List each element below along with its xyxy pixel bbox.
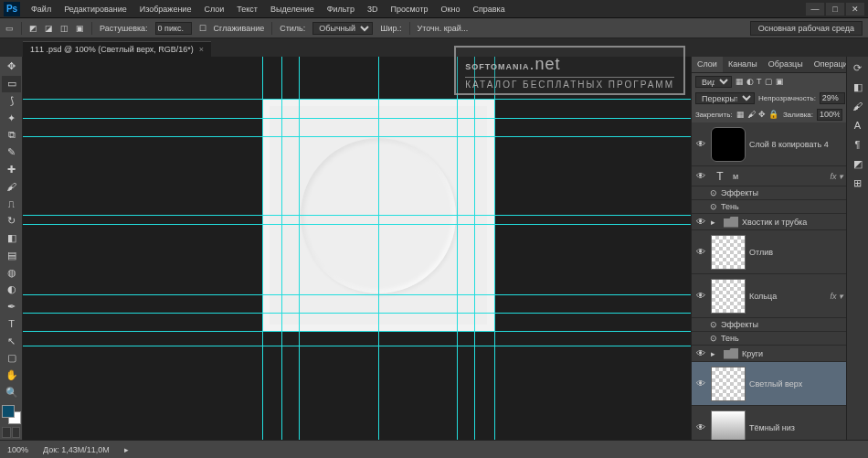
layer-name[interactable]: Эффекты [721, 188, 843, 197]
fill-input[interactable] [817, 109, 842, 121]
styles-panel-icon[interactable]: ◩ [849, 154, 866, 173]
layer-name[interactable]: Отлив [749, 248, 843, 257]
gradient-tool[interactable]: ▤ [2, 247, 21, 263]
close-button[interactable]: ✕ [846, 3, 864, 16]
filter-type-icon[interactable]: T [757, 77, 762, 86]
status-arrow-icon[interactable]: ▸ [124, 445, 129, 454]
brush-panel-icon[interactable]: 🖌 [849, 97, 866, 115]
layer-item[interactable]: ⊙Эффекты [692, 186, 846, 200]
layer-item[interactable]: 👁Светлый верх [692, 362, 846, 406]
guide-vertical[interactable] [262, 57, 263, 440]
layer-name[interactable]: Тёмный низ [749, 423, 843, 432]
layer-item[interactable]: 👁Тёмный низ [692, 406, 846, 440]
tab-close-icon[interactable]: × [199, 45, 204, 54]
hand-tool[interactable]: ✋ [2, 367, 21, 384]
heal-tool[interactable]: ✚ [2, 162, 21, 178]
zoom-level[interactable]: 100% [7, 445, 28, 454]
guide-horizontal[interactable] [23, 136, 691, 137]
maximize-button[interactable]: □ [826, 3, 844, 16]
guide-vertical[interactable] [457, 57, 458, 440]
guide-vertical[interactable] [378, 57, 379, 440]
visibility-toggle-icon[interactable]: 👁 [694, 422, 707, 432]
eyedropper-tool[interactable]: ✎ [2, 144, 21, 161]
layer-name[interactable]: Круги [742, 349, 843, 358]
filter-smart-icon[interactable]: ▣ [776, 77, 784, 86]
wand-tool[interactable]: ✦ [2, 110, 21, 126]
layer-item[interactable]: ⊙Тень [692, 200, 846, 214]
stamp-tool[interactable]: ⎍ [2, 196, 21, 212]
menu-help[interactable]: Справка [467, 3, 510, 16]
guide-horizontal[interactable] [23, 294, 691, 295]
menu-filter[interactable]: Фильтр [322, 3, 360, 16]
expand-arrow-icon[interactable]: ▸ [711, 218, 720, 227]
tab-channels[interactable]: Каналы [723, 57, 763, 72]
fg-color-swatch[interactable] [2, 405, 15, 418]
marquee-tool-icon[interactable]: ▭ [5, 24, 14, 33]
layer-item[interactable]: 👁▸Хвостик и трубка [692, 214, 846, 230]
menu-text[interactable]: Текст [231, 3, 263, 16]
doc-size[interactable]: Док: 1,43M/11,0M [43, 445, 110, 454]
nav-panel-icon[interactable]: ⊞ [849, 174, 866, 192]
guide-horizontal[interactable] [23, 331, 691, 332]
guide-horizontal[interactable] [23, 346, 691, 346]
layer-name[interactable]: Кольца [749, 292, 826, 301]
menu-window[interactable]: Окно [436, 3, 466, 16]
fx-badge[interactable]: fx ▾ [830, 292, 843, 301]
layer-thumbnail[interactable] [711, 279, 746, 314]
selection-add-icon[interactable]: ◪ [45, 24, 53, 33]
visibility-toggle-icon[interactable]: 👁 [694, 247, 707, 257]
filter-pixel-icon[interactable]: ▦ [736, 77, 744, 86]
visibility-toggle-icon[interactable]: 👁 [694, 348, 707, 358]
visibility-toggle-icon[interactable]: 👁 [694, 291, 707, 301]
selection-sub-icon[interactable]: ◫ [60, 24, 69, 33]
feather-input[interactable] [155, 22, 192, 35]
path-tool[interactable]: ↖ [2, 333, 21, 349]
lasso-tool[interactable]: ⟆ [2, 93, 21, 110]
menu-3d[interactable]: 3D [362, 3, 384, 16]
opacity-input[interactable] [820, 92, 845, 104]
layer-thumbnail[interactable] [711, 127, 746, 162]
layer-name[interactable]: м [733, 172, 826, 181]
filter-shape-icon[interactable]: ▢ [765, 77, 773, 86]
layer-item[interactable]: ⊙Тень [692, 332, 846, 346]
layer-item[interactable]: 👁Отлив [692, 230, 846, 274]
layer-name[interactable]: Хвостик и трубка [742, 218, 843, 227]
layer-item[interactable]: 👁Кольцаfx ▾ [692, 274, 846, 318]
zoom-tool[interactable]: 🔍 [2, 385, 21, 401]
document-tab[interactable]: 111 .psd @ 100% (Светлый верх, RGB/16*) … [23, 41, 211, 57]
refine-edge-button[interactable]: Уточн. край... [418, 24, 469, 33]
layer-name[interactable]: Тень [721, 202, 843, 211]
brush-tool[interactable]: 🖌 [2, 178, 21, 195]
layer-thumbnail[interactable] [711, 410, 746, 441]
move-tool[interactable]: ✥ [2, 59, 21, 75]
guide-horizontal[interactable] [23, 224, 691, 225]
lock-pixels-icon[interactable]: 🖌 [747, 110, 756, 119]
color-swatches[interactable] [2, 405, 21, 424]
layer-item[interactable]: 👁▸Круги [692, 346, 846, 362]
layer-name[interactable]: Тень [721, 334, 843, 343]
history-brush-tool[interactable]: ↻ [2, 213, 21, 229]
layer-filter-select[interactable]: Вид [695, 76, 732, 88]
para-panel-icon[interactable]: ¶ [849, 135, 866, 154]
guide-vertical[interactable] [281, 57, 282, 440]
visibility-toggle-icon[interactable]: 👁 [694, 139, 707, 149]
visibility-toggle-icon[interactable]: 👁 [694, 171, 707, 181]
canvas-area[interactable] [23, 57, 691, 440]
shape-tool[interactable]: ▢ [2, 350, 21, 367]
tab-layers[interactable]: Слои [692, 57, 723, 72]
lock-trans-icon[interactable]: ▦ [736, 110, 745, 119]
guide-vertical[interactable] [474, 57, 475, 440]
history-panel-icon[interactable]: ⟳ [849, 59, 866, 77]
selection-mode-icon[interactable]: ◩ [29, 24, 37, 33]
color-panel-icon[interactable]: ◧ [849, 78, 866, 96]
menu-edit[interactable]: Редактирование [58, 3, 132, 16]
layer-item[interactable]: 👁Слой 8 копировать 4 [692, 122, 846, 166]
blend-mode-select[interactable]: Перекрытие [695, 92, 755, 104]
quick-mask-toggle[interactable] [2, 427, 20, 438]
char-panel-icon[interactable]: A [849, 116, 866, 134]
workspace-switcher[interactable]: Основная рабочая среда [750, 21, 863, 36]
guide-horizontal[interactable] [23, 215, 691, 216]
layer-thumbnail[interactable] [711, 367, 746, 401]
lock-position-icon[interactable]: ✥ [758, 110, 766, 119]
layer-name[interactable]: Слой 8 копировать 4 [749, 140, 843, 149]
